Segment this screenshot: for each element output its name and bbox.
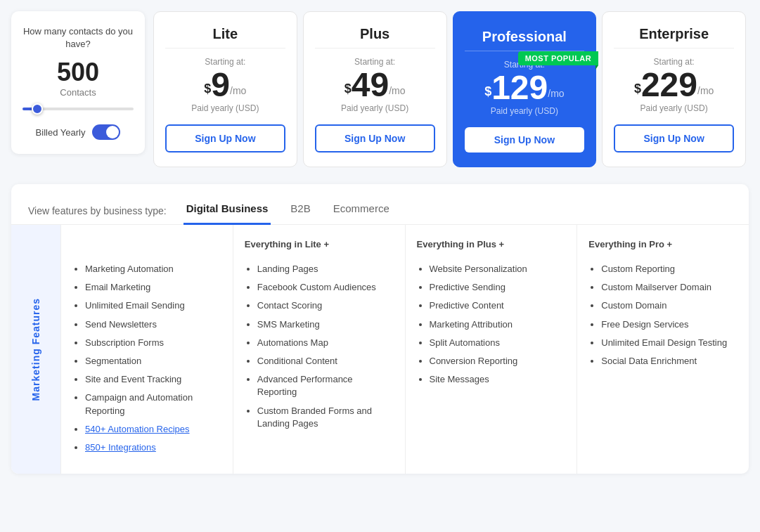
list-item: Custom Reporting [601,263,738,275]
list-item: Site and Event Tracking [85,373,221,386]
plan-enterprise-price-row: $ 229 /mo [614,68,734,102]
list-item: Automations Map [257,337,394,349]
plan-pro-dollar: $ [484,84,491,99]
plan-pro-price-row: $ 129 /mo [465,71,585,105]
list-item: Marketing Automation [85,263,221,275]
plan-lite-mo: /mo [230,85,246,96]
plan-professional: Professional MOST POPULAR Starting at: $… [453,11,597,167]
list-item: 540+ Automation Recipes [85,423,221,436]
list-item: Unlimited Email Design Testing [601,337,738,349]
list-item: Predictive Sending [430,281,566,294]
list-item: Subscription Forms [85,337,221,349]
list-item: Predictive Content [430,299,566,312]
toggle-knob [106,126,119,138]
list-item: Conversion Reporting [430,355,566,368]
lite-feature-list: Marketing Automation Email Marketing Unl… [72,263,221,454]
plan-enterprise-name: Enterprise [614,26,734,42]
list-item: Social Data Enrichment [601,355,738,368]
plan-pro-signup-btn[interactable]: Sign Up Now [465,127,585,153]
plan-plus-mo: /mo [389,85,405,96]
plan-plus-price: 49 [352,68,389,102]
plan-lite-paid-yearly: Paid yearly (USD) [165,103,285,113]
plan-plus-paid-yearly: Paid yearly (USD) [315,103,435,113]
plus-feature-list: Landing Pages Facebook Custom Audiences … [245,263,394,430]
plan-lite-name: Lite [165,26,285,42]
enterprise-feature-list: Custom Reporting Custom Mailserver Domai… [588,263,738,368]
list-item: Website Personalization [430,263,566,275]
enterprise-features-header: Everything in Pro + [588,239,738,253]
plan-enterprise-starting-at: Starting at: [614,57,734,67]
page-wrapper: How many contacts do you have? 500 Conta… [0,0,760,485]
contacts-question: How many contacts do you have? [22,25,134,51]
list-item: Site Messages [430,373,566,386]
business-type-bar: View features by business type: Digital … [11,184,749,225]
lite-features-col: Marketing Automation Email Marketing Unl… [60,225,233,474]
plan-plus-starting-at: Starting at: [315,57,435,67]
tab-digital-business[interactable]: Digital Business [183,197,271,225]
plan-professional-name: Professional [465,29,585,45]
list-item: Campaign and Automation Reporting [85,391,221,417]
lite-features-header [72,239,221,253]
view-features-label: View features by business type: [28,205,167,216]
list-item: Segmentation [85,355,221,368]
plan-lite-price: 9 [211,68,230,102]
plus-features-col: Everything in Lite + Landing Pages Faceb… [233,225,405,474]
tab-ecommerce[interactable]: Ecommerce [330,197,392,225]
billed-label: Billed Yearly [36,127,86,138]
plan-enterprise: Enterprise Starting at: $ 229 /mo Paid y… [602,11,746,167]
tab-b2b[interactable]: B2B [288,197,313,225]
list-item: Advanced Performance Reporting [257,373,394,398]
plan-lite-starting-at: Starting at: [165,57,285,67]
features-grid: Marketing Features Marketing Automation … [11,225,749,474]
list-item: Custom Mailserver Domain [601,281,738,294]
pro-features-header: Everything in Plus + [417,239,566,253]
features-section: View features by business type: Digital … [11,184,749,474]
plan-lite-signup-btn[interactable]: Sign Up Now [165,124,285,153]
plan-plus-name: Plus [315,26,435,42]
list-item: 850+ Integrations [85,441,221,454]
plans-container: Lite Starting at: $ 9 /mo Paid yearly (U… [150,11,749,167]
enterprise-features-col: Everything in Pro + Custom Reporting Cus… [577,225,749,474]
billed-toggle[interactable] [92,124,120,140]
list-item: Custom Domain [601,299,738,312]
plan-lite-price-row: $ 9 /mo [165,68,285,102]
plan-enterprise-mo: /mo [697,85,714,96]
list-item: Marketing Attribution [430,318,566,331]
plus-features-header: Everything in Lite + [245,239,394,253]
plan-lite-dollar: $ [204,82,211,96]
list-item: Custom Branded Forms and Landing Pages [257,405,394,430]
contacts-label: Contacts [22,87,134,98]
plan-enterprise-paid-yearly: Paid yearly (USD) [614,103,734,113]
plan-pro-paid-yearly: Paid yearly (USD) [465,106,585,116]
plan-plus-signup-btn[interactable]: Sign Up Now [315,124,435,153]
plan-enterprise-signup-btn[interactable]: Sign Up Now [614,124,734,153]
features-label-col: Marketing Features [11,225,60,474]
pricing-section: How many contacts do you have? 500 Conta… [11,11,749,167]
billed-row: Billed Yearly [22,124,134,140]
plan-pro-price: 129 [491,71,548,105]
pro-features-col: Everything in Plus + Website Personaliza… [405,225,577,474]
list-item: Email Marketing [85,281,221,294]
contacts-number: 500 [22,58,134,87]
pro-feature-list: Website Personalization Predictive Sendi… [417,263,566,386]
list-item: Send Newsletters [85,318,221,331]
list-item: Conditional Content [257,355,394,368]
list-item: Contact Scoring [257,299,394,312]
list-item: SMS Marketing [257,318,394,331]
automation-recipes-link[interactable]: 540+ Automation Recipes [85,424,190,434]
slider-thumb [32,103,43,115]
plan-enterprise-price: 229 [641,68,697,102]
list-item: Landing Pages [257,263,394,275]
integrations-link[interactable]: 850+ Integrations [85,442,156,453]
most-popular-badge: MOST POPULAR [518,51,599,65]
marketing-features-label: Marketing Features [30,298,41,401]
list-item: Unlimited Email Sending [85,299,221,312]
contacts-widget: How many contacts do you have? 500 Conta… [11,11,145,154]
slider-track[interactable] [22,108,134,110]
plan-plus-price-row: $ 49 /mo [315,68,435,102]
plan-plus-dollar: $ [344,82,352,96]
plan-enterprise-dollar: $ [634,82,641,96]
plan-pro-mo: /mo [548,88,564,99]
plan-lite: Lite Starting at: $ 9 /mo Paid yearly (U… [153,11,297,167]
plan-plus: Plus Starting at: $ 49 /mo Paid yearly (… [303,11,447,167]
